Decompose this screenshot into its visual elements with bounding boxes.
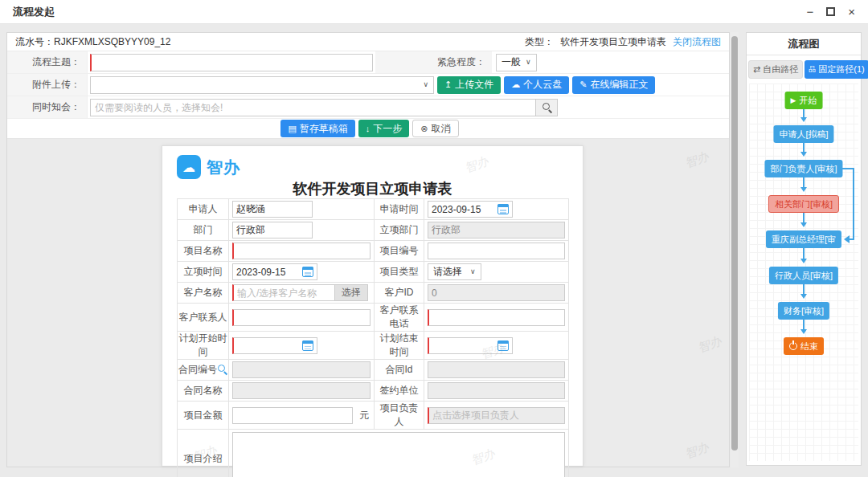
- project-name-input[interactable]: [232, 243, 371, 259]
- project-type-value: 请选择: [433, 265, 462, 279]
- flow-node-end[interactable]: 结束: [784, 337, 824, 355]
- currency-unit: 元: [359, 410, 369, 421]
- cancel-button[interactable]: ⊗ 取消: [412, 120, 458, 137]
- project-manager-input[interactable]: [428, 407, 565, 424]
- department-input[interactable]: [232, 222, 313, 238]
- calendar-icon: [497, 340, 509, 351]
- apply-date-picker[interactable]: [428, 201, 513, 218]
- notify-search-button[interactable]: [536, 99, 558, 116]
- flow-path-tabs: ⇄ 自由路径 品 固定路径(1): [747, 55, 861, 83]
- flow-connector: [803, 320, 805, 332]
- field-label: 客户联系电话: [375, 304, 424, 332]
- table-row: 申请人 申请时间: [178, 199, 569, 220]
- attachment-label: 附件上传：: [7, 74, 88, 96]
- window-titlebar: 流程发起 − ×: [0, 0, 868, 24]
- notify-label: 同时知会：: [7, 96, 88, 118]
- flow-node-label: 相关部门[审核]: [775, 198, 833, 210]
- apply-date-input[interactable]: [432, 204, 489, 215]
- customer-id-input: [428, 284, 565, 301]
- customer-name-input[interactable]: [232, 284, 335, 301]
- personal-cloud-label: 个人云盘: [523, 78, 562, 92]
- flow-connector: [803, 143, 805, 155]
- flow-node-admin-staff[interactable]: 行政人员[审核]: [769, 267, 838, 284]
- plan-end-date-input[interactable]: [432, 340, 490, 351]
- field-label: 合同编号: [178, 360, 229, 381]
- flow-node-label: 部门负责人[审核]: [770, 163, 837, 175]
- tab-fixed-path[interactable]: 品 固定路径(1): [805, 60, 868, 79]
- plan-start-date-picker[interactable]: [232, 337, 317, 354]
- customer-pick-button[interactable]: 选择: [335, 284, 368, 301]
- serial-bar: 流水号： RJKFXMLXSQBYYY09_12 类型： 软件开发项目立项申请表…: [7, 33, 729, 51]
- field-label: 项目类型: [375, 262, 424, 283]
- cancel-icon: ⊗: [420, 124, 428, 133]
- flow-node-related-dept[interactable]: 相关部门[审核]: [768, 195, 839, 213]
- notify-row: 同时知会：: [7, 96, 729, 119]
- project-number-input[interactable]: [428, 243, 565, 259]
- upload-file-button[interactable]: ↥ 上传文件: [437, 76, 501, 94]
- flow-node-vice-gm[interactable]: 重庆副总经理[审: [766, 230, 841, 248]
- chevron-down-icon: ∨: [526, 59, 531, 66]
- online-edit-button[interactable]: ✎ 在线编辑正文: [572, 76, 655, 94]
- project-intro-textarea[interactable]: [232, 432, 565, 477]
- close-flow-diagram-link[interactable]: 关闭流程图: [673, 35, 721, 49]
- table-row: 项目介绍: [178, 430, 569, 477]
- upload-file-label: 上传文件: [455, 78, 493, 92]
- notify-input[interactable]: [90, 99, 536, 116]
- plan-start-date-input[interactable]: [237, 340, 295, 351]
- calendar-icon: [302, 267, 313, 277]
- customer-phone-input[interactable]: [428, 309, 565, 326]
- close-icon[interactable]: ×: [848, 5, 855, 18]
- fixed-path-icon: 品: [809, 64, 816, 75]
- customer-contact-input[interactable]: [232, 309, 371, 326]
- contract-number-label: 合同编号: [178, 364, 217, 375]
- urgency-select[interactable]: 一般 ∨: [496, 54, 537, 71]
- field-label: 项目金额: [178, 402, 229, 430]
- personal-cloud-button[interactable]: ☁ 个人云盘: [504, 76, 569, 94]
- field-label: 客户名称: [178, 283, 229, 304]
- table-row: 部门 立项部门: [178, 220, 569, 241]
- flow-node-dept-manager[interactable]: 部门负责人[审核]: [764, 160, 842, 177]
- vertical-scrollbar[interactable]: [731, 32, 739, 467]
- flow-node-finance[interactable]: 财务[审核]: [778, 302, 829, 320]
- free-path-icon: ⇄: [753, 64, 760, 75]
- fixed-path-label: 固定路径(1): [818, 63, 864, 75]
- field-label: 签约单位: [375, 381, 424, 402]
- field-label: 申请人: [178, 199, 229, 220]
- type-label: 类型：: [525, 35, 554, 49]
- project-start-date-input[interactable]: [236, 267, 294, 278]
- project-amount-input[interactable]: [232, 407, 353, 424]
- maximize-icon[interactable]: [826, 7, 835, 16]
- contract-number-input: [232, 361, 371, 378]
- serial-value: RJKFXMLXSQBYYY09_12: [54, 36, 170, 47]
- table-row: 项目名称 项目编号: [178, 241, 569, 262]
- cancel-label: 取消: [432, 122, 451, 136]
- subject-row: 流程主题： 紧急程度： 一般 ∨: [7, 51, 729, 74]
- project-start-date-picker[interactable]: [232, 263, 317, 280]
- flow-diagram-panel: 流程图 ⇄ 自由路径 品 固定路径(1) ▶ 开始 申请人[拟稿] 部门负责人[…: [746, 32, 862, 466]
- save-draft-button[interactable]: ▤ 暂存草稿箱: [280, 120, 354, 137]
- scrollbar-thumb[interactable]: [731, 36, 738, 450]
- play-icon: ▶: [791, 97, 796, 104]
- contract-search-icon[interactable]: [217, 364, 227, 374]
- project-type-select[interactable]: 请选择∨: [428, 263, 481, 280]
- next-step-label: 下一步: [373, 122, 402, 136]
- online-edit-label: 在线编辑正文: [590, 78, 648, 92]
- plan-end-date-picker[interactable]: [428, 337, 513, 354]
- cloud-logo-icon: ☁: [177, 155, 201, 179]
- flow-bypass-arrowhead: [840, 235, 850, 243]
- next-step-button[interactable]: ↓ 下一步: [358, 120, 410, 137]
- minimize-icon[interactable]: −: [806, 5, 813, 18]
- down-arrow-icon: ↓: [366, 124, 371, 133]
- tab-free-path[interactable]: ⇄ 自由路径: [748, 60, 803, 79]
- field-label: 部门: [178, 220, 229, 241]
- applicant-input[interactable]: [232, 201, 313, 218]
- process-start-panel: 流水号： RJKFXMLXSQBYYY09_12 类型： 软件开发项目立项申请表…: [6, 32, 730, 467]
- serial-label: 流水号：: [15, 35, 54, 49]
- cloud-icon: ☁: [511, 80, 520, 89]
- table-row: 合同名称 签约单位: [178, 381, 569, 402]
- attachment-select[interactable]: ∨: [90, 76, 434, 94]
- flow-node-start[interactable]: ▶ 开始: [785, 92, 823, 109]
- subject-input[interactable]: [90, 54, 373, 71]
- window-controls: − ×: [806, 5, 855, 18]
- flow-node-applicant[interactable]: 申请人[拟稿]: [773, 125, 833, 143]
